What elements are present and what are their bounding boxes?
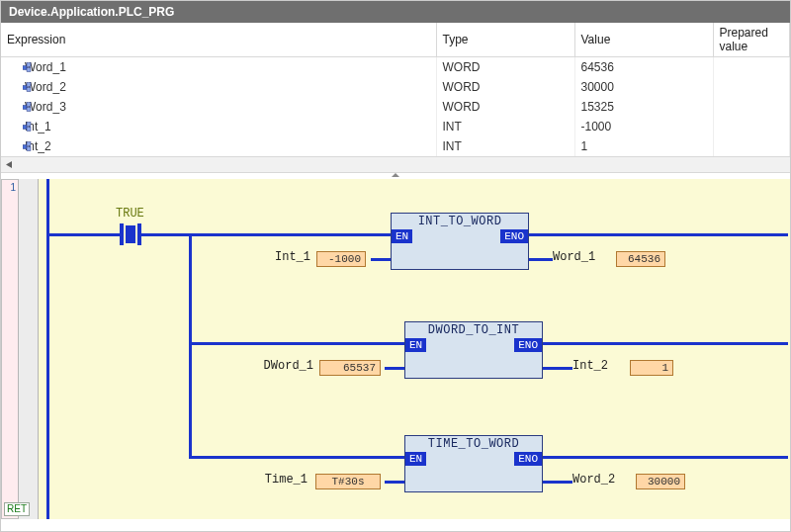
svg-rect-7	[27, 102, 31, 106]
var-in: Time_1	[246, 473, 308, 487]
val-in[interactable]: 65537	[319, 360, 381, 376]
port-en: EN	[405, 452, 426, 466]
ret-marker: RET	[4, 502, 30, 516]
left-power-rail	[46, 179, 49, 519]
ladder-canvas[interactable]: TRUE INT_TO_WORD EN ENO Int_1 -1000 Word…	[39, 179, 790, 519]
port-en: EN	[392, 229, 412, 243]
svg-rect-8	[27, 107, 31, 111]
svg-rect-5	[27, 87, 31, 91]
svg-rect-13	[27, 141, 31, 145]
table-row[interactable]: Word_1WORD64536	[1, 57, 790, 77]
val-out[interactable]: 64536	[616, 251, 665, 267]
var-value[interactable]: 1	[574, 136, 713, 156]
var-prepared[interactable]	[713, 97, 790, 117]
val-out[interactable]: 30000	[636, 474, 685, 489]
variable-icon	[23, 101, 34, 112]
var-type: INT	[436, 136, 574, 156]
scroll-track[interactable]	[18, 157, 790, 172]
var-out: Word_1	[553, 250, 612, 264]
var-in: Int_1	[253, 250, 310, 264]
var-value[interactable]: -1000	[574, 117, 713, 136]
grid-scrollbar[interactable]	[1, 156, 790, 173]
variable-icon	[23, 61, 34, 72]
val-out[interactable]: 1	[630, 360, 673, 376]
block-time-to-word[interactable]: TIME_TO_WORD EN ENO	[404, 435, 543, 492]
svg-rect-4	[27, 82, 31, 86]
variable-grid: Expression Type Value Prepared value Wor…	[1, 23, 790, 156]
contact-label: TRUE	[116, 207, 144, 221]
var-type: WORD	[436, 57, 574, 77]
val-in[interactable]: T#30s	[315, 474, 381, 489]
port-eno: ENO	[514, 338, 542, 352]
val-in[interactable]: -1000	[316, 251, 366, 267]
ladder-editor[interactable]: 1 RET TRUE INT_TO_WORD EN ENO Int_1 -100…	[1, 179, 790, 519]
table-row[interactable]: Word_2WORD30000	[1, 77, 790, 97]
svg-rect-9	[23, 125, 27, 129]
variable-icon	[23, 140, 34, 151]
gutter-column	[19, 179, 39, 519]
var-type: INT	[436, 117, 574, 136]
line-number-column: 1 RET	[1, 179, 19, 519]
variable-icon	[23, 121, 34, 132]
svg-marker-16	[392, 173, 399, 177]
scroll-left-icon[interactable]	[1, 157, 18, 172]
contact-true[interactable]	[120, 223, 141, 245]
svg-rect-3	[23, 85, 27, 89]
title-bar: Device.Application.PLC_PRG	[1, 1, 790, 23]
svg-rect-2	[27, 67, 31, 71]
var-in: DWord_1	[246, 359, 313, 373]
var-out: Word_2	[572, 473, 632, 487]
svg-rect-14	[27, 146, 31, 150]
svg-marker-15	[6, 161, 12, 168]
table-row[interactable]: Int_1INT-1000	[1, 117, 790, 136]
var-prepared[interactable]	[713, 117, 790, 136]
col-type[interactable]: Type	[436, 23, 574, 57]
variable-icon	[23, 81, 34, 92]
var-value[interactable]: 30000	[574, 77, 713, 97]
port-eno: ENO	[514, 452, 542, 466]
col-expression[interactable]: Expression	[1, 23, 436, 57]
var-prepared[interactable]	[713, 136, 790, 156]
port-en: EN	[405, 338, 426, 352]
col-value[interactable]: Value	[574, 23, 713, 57]
port-eno: ENO	[500, 229, 528, 243]
var-name: Word_3	[7, 100, 66, 114]
var-prepared[interactable]	[713, 77, 790, 97]
line-number: 1	[10, 182, 16, 193]
title-text: Device.Application.PLC_PRG	[9, 5, 174, 19]
svg-rect-0	[23, 65, 27, 69]
var-name: Word_1	[7, 60, 66, 74]
var-name: Word_2	[7, 80, 66, 94]
svg-rect-11	[27, 127, 31, 131]
var-value[interactable]: 15325	[574, 97, 713, 117]
var-prepared[interactable]	[713, 57, 790, 77]
svg-rect-6	[23, 105, 27, 109]
block-int-to-word[interactable]: INT_TO_WORD EN ENO	[391, 213, 529, 270]
col-prepared[interactable]: Prepared value	[713, 23, 790, 57]
svg-rect-10	[27, 122, 31, 126]
svg-rect-12	[23, 144, 27, 148]
var-type: WORD	[436, 77, 574, 97]
table-row[interactable]: Int_2INT1	[1, 136, 790, 156]
block-dword-to-int[interactable]: DWORD_TO_INT EN ENO	[404, 321, 543, 379]
var-value[interactable]: 64536	[574, 57, 713, 77]
table-row[interactable]: Word_3WORD15325	[1, 97, 790, 117]
var-type: WORD	[436, 97, 574, 117]
svg-rect-1	[27, 62, 31, 66]
var-out: Int_2	[572, 359, 622, 373]
